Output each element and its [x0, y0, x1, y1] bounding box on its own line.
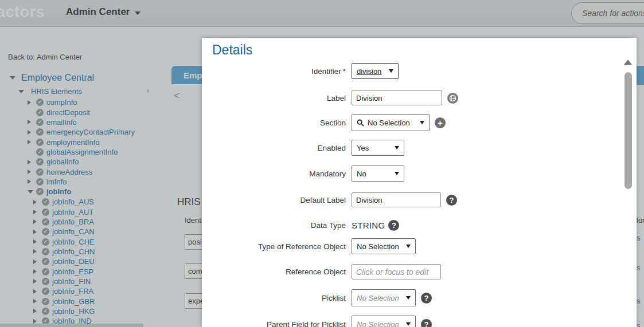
picklist-dropdown[interactable]: No Selection: [352, 289, 416, 306]
enabled-value: Yes: [357, 144, 369, 152]
details-dialog: Details Identifier* division Label Divis…: [202, 38, 637, 327]
reference-object-label: Reference Object: [202, 267, 346, 276]
section-combo[interactable]: No Selection: [352, 114, 430, 131]
dropdown-arrow-icon: [389, 69, 393, 73]
type-of-reference-object-label: Type of Reference Object: [202, 242, 346, 251]
search-icon: [357, 119, 364, 127]
help-icon[interactable]: ?: [421, 293, 432, 304]
section-label: Section: [202, 119, 346, 127]
dropdown-arrow-icon: [395, 146, 399, 149]
scrollbar-thumb[interactable]: [625, 72, 632, 189]
default-label-label: Default Label: [202, 196, 346, 204]
help-icon[interactable]: ?: [421, 319, 432, 327]
help-icon[interactable]: ?: [446, 195, 457, 206]
required-asterisk: *: [343, 67, 346, 76]
parent-field-for-picklist-dropdown[interactable]: No Selection: [352, 316, 416, 327]
label-label: Label: [202, 94, 346, 103]
parent-field-for-picklist-value: No Selection: [357, 320, 399, 327]
data-type-value: STRING: [352, 220, 385, 230]
globe-icon[interactable]: [447, 93, 458, 104]
default-label-value: Division: [356, 196, 383, 204]
reference-object-input[interactable]: Click or focus to edit: [352, 264, 441, 279]
enabled-label: Enabled: [202, 144, 346, 152]
type-of-reference-object-value: No Selection: [357, 242, 399, 251]
dropdown-arrow-icon: [395, 172, 399, 175]
data-type-label: Data Type: [202, 221, 346, 230]
add-icon[interactable]: +: [435, 117, 446, 128]
label-value: Division: [356, 94, 383, 103]
help-icon[interactable]: ?: [388, 220, 399, 231]
identifier-label: Identifier*: [202, 67, 346, 76]
picklist-label: Picklist: [202, 294, 346, 302]
section-value: No Selection: [368, 119, 410, 127]
reference-object-placeholder: Click or focus to edit: [356, 267, 428, 277]
type-of-reference-object-dropdown[interactable]: No Selection: [352, 238, 416, 254]
identifier-dropdown[interactable]: division: [352, 63, 399, 79]
dropdown-arrow-icon: [406, 245, 411, 248]
enabled-dropdown[interactable]: Yes: [352, 140, 404, 156]
identifier-value: division: [357, 67, 381, 76]
dialog-title: Details: [212, 42, 252, 58]
mandatory-label: Mandatory: [202, 170, 346, 178]
dropdown-arrow-icon: [406, 296, 411, 300]
label-input[interactable]: Division: [352, 90, 442, 105]
mandatory-value: No: [357, 170, 366, 178]
picklist-value: No Selection: [357, 294, 399, 302]
scrollbar-up-arrow[interactable]: [624, 60, 632, 65]
parent-field-for-picklist-label: Parent Field for Picklist: [202, 320, 346, 327]
default-label-input[interactable]: Division: [352, 192, 441, 207]
mandatory-dropdown[interactable]: No: [352, 166, 404, 182]
dropdown-arrow-icon: [420, 121, 424, 124]
dropdown-arrow-icon: [406, 322, 411, 326]
